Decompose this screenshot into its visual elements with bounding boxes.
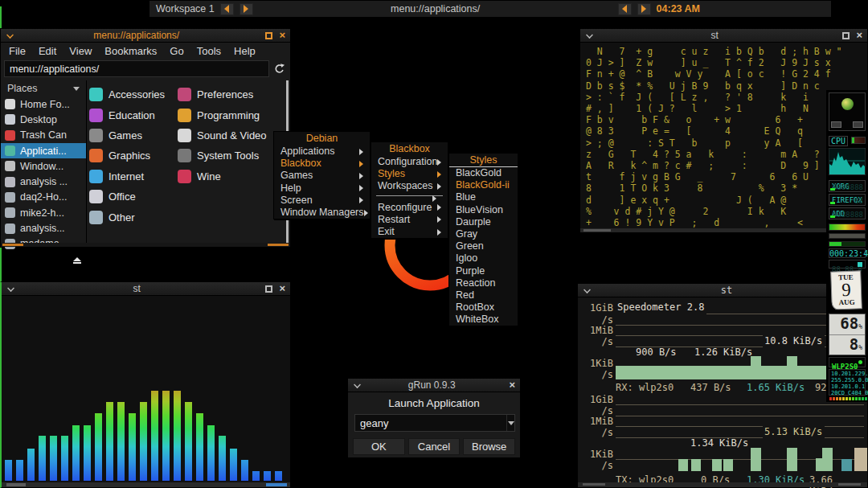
- sidebar-item[interactable]: mike2-h...: [1, 205, 86, 220]
- menu-item[interactable]: Games: [274, 170, 370, 182]
- spectrum-resize-bar[interactable]: [2, 482, 290, 487]
- shade-icon[interactable]: [353, 382, 361, 388]
- style-menu-item[interactable]: Red: [449, 289, 518, 301]
- command-input[interactable]: [355, 417, 506, 429]
- fm-menu-item[interactable]: File: [9, 45, 26, 57]
- fm-resize-bar[interactable]: [1, 243, 290, 247]
- menu-item[interactable]: Reconfigure: [371, 202, 448, 214]
- style-menu-item[interactable]: Daurple: [449, 216, 518, 228]
- category-item[interactable]: System Tools: [178, 146, 275, 166]
- workspace-prev-button[interactable]: [220, 3, 234, 15]
- fm-menu-item[interactable]: Edit: [39, 45, 56, 57]
- eject-icon[interactable]: [73, 257, 81, 264]
- menu-title: Styles: [449, 154, 518, 167]
- close-icon[interactable]: ×: [509, 381, 515, 389]
- reload-icon[interactable]: [273, 63, 286, 76]
- shade-icon[interactable]: [6, 285, 14, 292]
- menu-item[interactable]: Exit: [371, 226, 448, 238]
- workspace-label[interactable]: Workspace 1: [156, 3, 215, 14]
- fm-titlebar[interactable]: menu://applications/ ×: [1, 29, 290, 43]
- menu-item[interactable]: Styles: [371, 168, 448, 180]
- shade-icon[interactable]: [585, 32, 593, 39]
- fm-menu-item[interactable]: View: [69, 45, 92, 57]
- shade-icon[interactable]: [6, 32, 14, 39]
- sidebar-item[interactable]: Applicati...: [1, 143, 86, 158]
- category-item[interactable]: Games: [89, 125, 173, 146]
- sidebar-item[interactable]: daq2-Ho...: [1, 190, 86, 205]
- category-item[interactable]: Other: [89, 207, 173, 227]
- maximize-icon[interactable]: [842, 32, 850, 39]
- terminal-titlebar[interactable]: st ×: [580, 29, 867, 43]
- maximize-icon[interactable]: [265, 285, 272, 293]
- category-item[interactable]: Office: [89, 187, 173, 207]
- window-next-button[interactable]: [637, 3, 651, 15]
- uptime-display: 000:23:43: [829, 248, 866, 258]
- dock-scroll-left-icon[interactable]: [831, 121, 841, 128]
- fm-menu-item[interactable]: Go: [170, 45, 183, 57]
- category-item[interactable]: Accessories: [89, 84, 173, 105]
- category-item[interactable]: Preferences: [178, 84, 275, 105]
- window-prev-button[interactable]: [618, 3, 632, 15]
- speedometer-resize-bar[interactable]: [578, 482, 867, 487]
- menu-item[interactable]: [376, 195, 443, 201]
- menu-item[interactable]: Restart: [371, 214, 448, 226]
- slider-bar[interactable]: [829, 233, 866, 239]
- menu-item[interactable]: Screen: [274, 195, 370, 207]
- style-menu-item[interactable]: WhiteBox: [449, 314, 518, 326]
- grun-button[interactable]: Cancel: [408, 438, 461, 455]
- style-menu-item[interactable]: Blue: [449, 191, 518, 203]
- fm-menu-item[interactable]: Help: [234, 45, 256, 57]
- menu-item[interactable]: Configuration: [371, 156, 448, 168]
- dropdown-button[interactable]: [506, 415, 514, 431]
- category-item[interactable]: Wine: [178, 166, 275, 187]
- grun-button[interactable]: Browse: [463, 438, 515, 455]
- menu-item[interactable]: Applications: [274, 146, 370, 158]
- spectrum-bar: [5, 460, 12, 481]
- style-menu-item[interactable]: Igloo: [449, 252, 518, 265]
- fm-menu-item[interactable]: Bookmarks: [104, 45, 157, 57]
- address-input[interactable]: [4, 60, 269, 77]
- fm-menu-item[interactable]: Tools: [197, 45, 221, 57]
- menu-item[interactable]: Workspaces: [371, 180, 448, 192]
- style-menu-item[interactable]: BlueVision: [449, 204, 518, 216]
- speedometer-titlebar[interactable]: st: [578, 284, 867, 297]
- dock-scroll-right-icon[interactable]: [853, 121, 863, 128]
- style-menu-item[interactable]: Purple: [449, 265, 518, 277]
- close-icon[interactable]: ×: [279, 31, 285, 39]
- sidebar-item[interactable]: analysis...: [1, 220, 86, 236]
- category-label: Games: [108, 129, 142, 141]
- style-menu-item[interactable]: Reaction: [449, 277, 518, 289]
- grun-button[interactable]: OK: [353, 438, 405, 455]
- style-menu-item[interactable]: Gray: [449, 228, 518, 240]
- workspace-next-button[interactable]: [240, 3, 253, 15]
- category-item[interactable]: Graphics: [89, 146, 173, 166]
- menu-item[interactable]: Help: [274, 182, 370, 195]
- style-menu-item[interactable]: Green: [449, 240, 518, 252]
- places-header[interactable]: Places: [1, 80, 86, 96]
- style-menu-item[interactable]: BlackGold-ii: [449, 179, 518, 191]
- sidebar-item[interactable]: analysis ...: [1, 174, 86, 189]
- close-icon[interactable]: ×: [856, 31, 862, 39]
- category-item[interactable]: Education: [89, 105, 173, 125]
- menu-item[interactable]: Blackbox: [274, 158, 370, 170]
- style-menu-item[interactable]: BlackGold: [449, 167, 518, 179]
- sidebar-item[interactable]: Window...: [1, 158, 86, 174]
- sidebar-item[interactable]: Home Fo...: [1, 96, 86, 112]
- grun-titlebar[interactable]: gRun 0.9.3 ×: [348, 379, 520, 392]
- spectrum-titlebar[interactable]: st ×: [2, 282, 290, 296]
- sidebar-item[interactable]: Trash Can: [1, 128, 86, 143]
- sidebar-item[interactable]: Desktop: [1, 112, 86, 127]
- category-item[interactable]: Internet: [89, 166, 173, 187]
- chevron-down-icon[interactable]: [73, 87, 80, 91]
- maximize-icon[interactable]: [265, 32, 272, 39]
- activity-tick: [830, 202, 835, 204]
- category-item[interactable]: Sound & Video: [178, 125, 275, 146]
- category-item[interactable]: Programming: [178, 105, 275, 125]
- shade-icon[interactable]: [583, 287, 591, 293]
- submenu-arrow-icon: [364, 210, 368, 216]
- close-icon[interactable]: ×: [279, 285, 285, 293]
- terminal-resize-bar[interactable]: [580, 228, 867, 232]
- style-menu-item[interactable]: RootBox: [449, 301, 518, 314]
- menu-item[interactable]: Window Managers: [274, 207, 370, 219]
- calendar-day: 9: [832, 281, 862, 298]
